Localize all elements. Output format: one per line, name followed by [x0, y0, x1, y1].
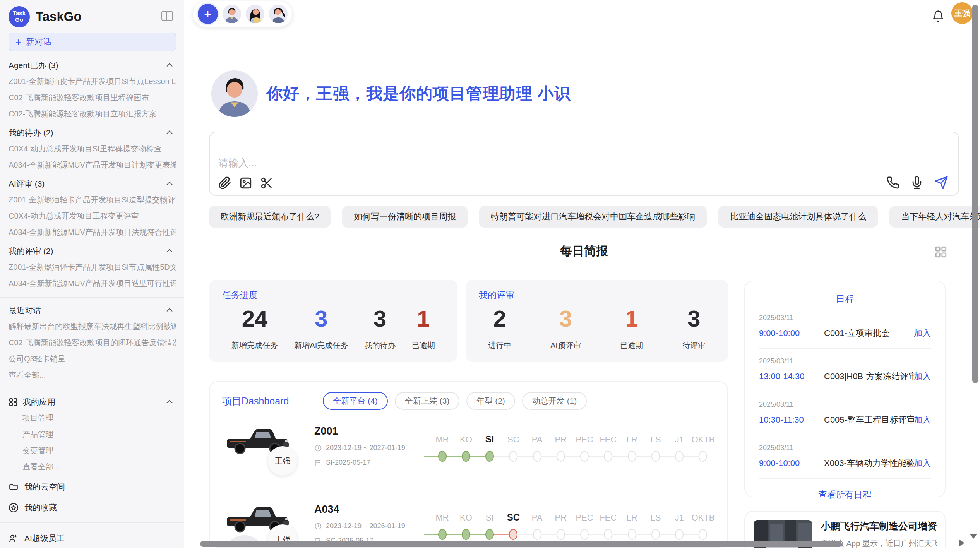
scroll-down-arrow[interactable] [970, 534, 977, 539]
suggestion-chip[interactable]: 特朗普可能对进口汽车增税会对中国车企造成哪些影响 [479, 206, 707, 228]
section-recent-chats[interactable]: 最近对话 [9, 305, 176, 315]
join-button[interactable]: 加入 [914, 414, 931, 426]
list-item[interactable]: Z001-全新燃油轻卡产品开发项目SI造型提交物评审 [9, 195, 176, 204]
list-item[interactable]: Z001-全新燃油轻卡产品开发项目SI节点属性5D文件评审 [9, 262, 176, 272]
sidebar-item-label: 我的云空间 [24, 481, 65, 492]
section-my-review[interactable]: 我的评审 (2) [9, 246, 176, 256]
project-dates: 2023-12-19 ~ 2027-01-19 [326, 444, 405, 452]
stat-overdue: 1已逾期 [412, 307, 435, 351]
suggestion-chip[interactable]: 比亚迪全固态电池计划具体说了什么 [718, 206, 878, 228]
agent-avatar-2[interactable] [246, 5, 264, 23]
suggestion-chip[interactable]: 欧洲新规最近颁布了什么? [209, 206, 331, 228]
join-button[interactable]: 加入 [914, 457, 931, 469]
project-row-z001[interactable]: 王强 Z001 2023-12-19 ~ 2027-01-19 SI-2025-… [222, 423, 715, 484]
view-all-link[interactable]: 查看全部... [9, 462, 176, 471]
vertical-scrollbar[interactable] [972, 5, 978, 383]
user-avatar[interactable]: 王强 [951, 2, 973, 24]
chat-input[interactable] [218, 156, 838, 175]
sidebar-item-favorites[interactable]: 我的收藏 [9, 502, 176, 513]
avatar-woman2-icon [269, 5, 288, 23]
section-my-todo[interactable]: 我的待办 (2) [9, 128, 176, 138]
project-row-a034[interactable]: 王强 A034 2023-12-19 ~ 2026-01-19 SC-2025-… [222, 501, 715, 548]
scroll-right-arrow[interactable] [959, 539, 965, 546]
agent-avatar-1[interactable] [223, 5, 241, 23]
tab-powertrain[interactable]: 动总开发 (1) [522, 392, 587, 410]
sidebar-collapse-icon[interactable] [161, 11, 173, 21]
list-item[interactable]: A034-全新新能源MUV产品开发项目计划变更表编写 [9, 160, 176, 170]
notification-bell-icon[interactable] [932, 10, 944, 24]
agent-avatar-3[interactable] [269, 5, 288, 23]
project-code: Z001 [314, 425, 430, 437]
join-button[interactable]: 加入 [914, 327, 931, 339]
phone-call-icon[interactable] [886, 176, 899, 189]
event-date: 2025/03/11 [759, 444, 931, 452]
sidebar-item-product-mgmt[interactable]: 产品管理 [9, 430, 176, 439]
view-all-schedule-link[interactable]: 查看所有日程 [759, 489, 931, 501]
view-all-link[interactable]: 查看全部... [9, 370, 176, 380]
suggestion-chip[interactable]: 当下年轻人对汽车外观有怎样的喜好趋势 [889, 206, 980, 228]
scissors-icon[interactable] [260, 176, 273, 190]
divider [0, 522, 184, 523]
list-item[interactable]: A034-全新新能源MUV产品开发项目造型可行性评审 [9, 279, 176, 288]
event-name: C005-整车工程目标评审 [824, 414, 914, 426]
list-item[interactable]: A034-全新新能源MUV产品开发项目法规符合性评审 [9, 228, 176, 237]
logo-line2: Go [15, 17, 23, 23]
image-icon[interactable] [239, 176, 252, 190]
suggestion-chip[interactable]: 如何写一份清晰的项目周报 [342, 206, 468, 228]
list-item[interactable]: C0X4-动力总成开发项目SI里程碑提交物检查 [9, 144, 176, 153]
project-dashboard-card: 项目Dashboard 全新平台 (4) 全新上装 (3) 年型 (2) 动总开… [209, 381, 728, 548]
stat-overdue: 1已逾期 [620, 307, 643, 351]
event-date: 2025/03/11 [759, 314, 931, 322]
microphone-icon[interactable] [910, 176, 923, 189]
sidebar-item-ai-super-staff[interactable]: AI超级员工 [9, 533, 176, 544]
new-chat-button[interactable]: + 新对话 [9, 33, 176, 51]
grid-icon [9, 397, 18, 407]
main-content: + 王强 你好，王强，我是你的项目管理助理 小识 [184, 0, 980, 548]
stat-pending-review: 3待评审 [682, 307, 706, 351]
send-icon[interactable] [934, 176, 948, 190]
card-title: 任务进度 [222, 289, 444, 301]
section-my-apps[interactable]: 我的应用 [9, 397, 176, 407]
attachment-icon[interactable] [218, 176, 231, 190]
list-item[interactable]: C02-飞腾新能源轻客改款项目立项汇报方案 [9, 109, 176, 118]
add-agent-button[interactable]: + [198, 4, 218, 24]
list-item[interactable]: Z001-全新燃油皮卡产品开发项目SI节点Lesson Learn报告 [9, 77, 176, 86]
avatar-man-icon [211, 70, 258, 117]
layout-grid-icon[interactable] [934, 245, 947, 260]
schedule-event: 2025/03/11 13:00-14:30 C003|H0B-方案冻结评审 加… [759, 349, 931, 392]
list-item[interactable]: 公司Q3轻卡销量 [9, 354, 176, 363]
news-title: 小鹏飞行汽车制造公司增资 [821, 520, 937, 532]
event-time: 13:00-14:30 [759, 372, 824, 382]
event-time: 9:00-10:00 [759, 458, 824, 468]
schedule-event: 2025/03/11 10:30-11:30 C005-整车工程目标评审 加入 [759, 392, 931, 435]
tab-new-body[interactable]: 全新上装 (3) [395, 392, 460, 410]
my-review-card: 我的评审 2进行中 3AI预评审 1已逾期 3待评审 [466, 280, 728, 362]
project-next-milestone: SI-2025-05-17 [326, 459, 370, 467]
section-ai-review[interactable]: AI评审 (3) [9, 179, 176, 189]
event-name: C003|H0B-方案冻结评审 [824, 371, 914, 382]
join-button[interactable]: 加入 [914, 371, 931, 382]
tab-new-platform[interactable]: 全新平台 (4) [323, 392, 388, 410]
sidebar-item-project-mgmt[interactable]: 项目管理 [9, 413, 176, 423]
section-title: 最近对话 [9, 305, 41, 315]
plus-icon: + [15, 37, 21, 47]
list-item[interactable]: 解释最新出台的欧盟报废车法规再生塑料比例被调至15%... [9, 322, 176, 331]
project-code: A034 [314, 503, 430, 515]
horizontal-scrollbar[interactable] [200, 541, 842, 547]
sidebar-item-change-mgmt[interactable]: 变更管理 [9, 446, 176, 455]
event-time: 9:00-10:00 [759, 328, 824, 338]
sidebar-item-cloud-space[interactable]: 我的云空间 [9, 481, 176, 492]
task-progress-card: 任务进度 24新增完成任务 3新增AI完成任务 3我的待办 1已逾期 [209, 280, 457, 362]
event-date: 2025/03/11 [759, 401, 931, 409]
list-item[interactable]: C0X4-动力总成开发项目工程变更评审 [9, 211, 176, 221]
list-item[interactable]: C02-飞腾新能源轻客改款项目的闭环通告反馈情况 [9, 338, 176, 347]
cloud-folder-icon [9, 482, 19, 492]
milestone-oktb: OKTB [691, 427, 715, 462]
app-title: TaskGo [36, 9, 82, 24]
section-agent-done[interactable]: Agent已办 (3) [9, 60, 176, 70]
tab-year-model[interactable]: 年型 (2) [466, 392, 515, 410]
list-item[interactable]: C02-飞腾新能源轻客改款项目里程碑画布 [9, 93, 176, 102]
chevron-up-icon [166, 249, 173, 255]
schedule-title: 日程 [759, 293, 931, 305]
chevron-up-icon [166, 63, 173, 69]
